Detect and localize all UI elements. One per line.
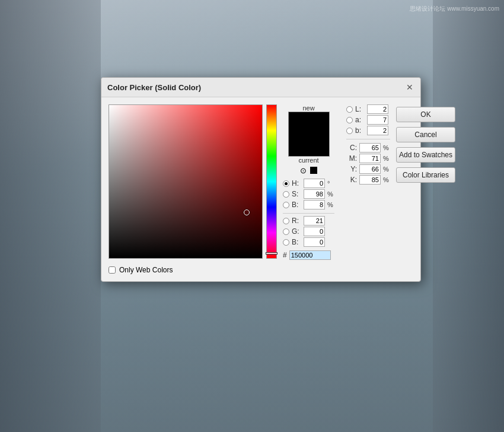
close-button[interactable]: ✕ — [405, 82, 414, 92]
preview-current-label: current — [298, 157, 318, 164]
eyedropper-icon[interactable]: ⊙ — [300, 166, 307, 175]
lab-b-input[interactable] — [367, 126, 388, 135]
add-to-swatches-button[interactable]: Add to Swatches — [396, 147, 455, 163]
g-input[interactable] — [304, 227, 325, 236]
lab-cmyk-col: L: a: b: C: % M: — [346, 104, 390, 274]
g-label: G: — [292, 227, 301, 236]
s-input[interactable] — [304, 189, 325, 199]
web-colors-checkbox[interactable] — [109, 266, 116, 274]
m-row: M: % — [346, 154, 390, 163]
g-input-row: G: — [283, 227, 334, 236]
lab-b-label: b: — [355, 126, 365, 135]
cancel-button[interactable]: Cancel — [396, 127, 455, 142]
bg-buildings-left — [0, 0, 101, 432]
m-unit: % — [383, 155, 390, 162]
h-radio[interactable] — [283, 180, 289, 187]
divider-1 — [283, 213, 334, 214]
preview-new-color — [288, 112, 330, 134]
r-input[interactable] — [304, 216, 325, 225]
rgb-b-input[interactable] — [304, 237, 325, 247]
hex-row: # — [283, 250, 334, 260]
m-label: M: — [346, 154, 357, 163]
rgb-b-radio[interactable] — [283, 239, 289, 246]
h-input[interactable] — [304, 179, 325, 188]
y-label: Y: — [346, 165, 357, 173]
picker-area: Only Web Colors — [109, 104, 277, 274]
a-input[interactable] — [367, 115, 388, 125]
lab-b-radio[interactable] — [346, 128, 353, 134]
b-unit: % — [327, 201, 334, 208]
s-unit: % — [327, 190, 334, 198]
s-radio[interactable] — [283, 191, 289, 198]
rgb-b-input-row: B: — [283, 237, 334, 247]
web-colors-row: Only Web Colors — [109, 266, 277, 274]
c-row: C: % — [346, 143, 390, 153]
ok-button[interactable]: OK — [396, 107, 455, 122]
l-input[interactable] — [367, 104, 388, 114]
r-label: R: — [292, 217, 301, 225]
r-radio[interactable] — [283, 218, 289, 224]
k-row: K: % — [346, 175, 390, 185]
center-section: new current ⊙ H: ° — [283, 104, 334, 274]
hue-slider-thumb — [266, 252, 277, 255]
dialog-title: Color Picker (Solid Color) — [107, 83, 201, 92]
g-radio[interactable] — [283, 228, 289, 235]
dialog-body: Only Web Colors new current ⊙ — [101, 97, 420, 281]
b-radio[interactable] — [283, 202, 289, 208]
h-unit: ° — [327, 180, 334, 187]
y-input[interactable] — [359, 164, 381, 174]
a-row: a: — [346, 115, 390, 125]
c-label: C: — [346, 144, 357, 152]
b-label: B: — [292, 201, 301, 209]
rgb-b-label: B: — [292, 238, 301, 246]
preview-current-color[interactable] — [288, 134, 330, 157]
preview-section: new current ⊙ — [283, 104, 334, 175]
square-icon — [310, 167, 317, 174]
b-input-row: B: % — [283, 200, 334, 209]
k-unit: % — [383, 176, 390, 183]
k-label: K: — [346, 176, 357, 184]
l-radio[interactable] — [346, 106, 353, 113]
l-label: L: — [355, 105, 365, 113]
c-unit: % — [383, 144, 390, 151]
c-input[interactable] — [359, 143, 381, 153]
hue-slider[interactable] — [266, 104, 277, 259]
right-buttons: OK Cancel Add to Swatches Color Librarie… — [396, 104, 455, 274]
color-field[interactable] — [109, 104, 263, 259]
dialog-titlebar: Color Picker (Solid Color) ✕ — [101, 78, 420, 97]
m-input[interactable] — [359, 154, 381, 163]
h-label: H: — [292, 179, 301, 188]
color-picker-dialog: Color Picker (Solid Color) ✕ Only Web Co… — [101, 77, 421, 282]
color-field-wrapper — [109, 104, 277, 259]
hex-input[interactable] — [289, 250, 331, 260]
h-input-row: H: ° — [283, 179, 334, 188]
web-colors-label: Only Web Colors — [119, 266, 173, 274]
s-input-row: S: % — [283, 189, 334, 199]
y-row: Y: % — [346, 164, 390, 174]
k-input[interactable] — [359, 175, 381, 185]
r-input-row: R: — [283, 216, 334, 225]
color-field-gradient — [109, 105, 262, 258]
b-input[interactable] — [304, 200, 325, 209]
color-libraries-button[interactable]: Color Libraries — [396, 167, 455, 183]
preview-new-label: new — [302, 104, 314, 112]
hex-symbol: # — [283, 251, 287, 259]
s-label: S: — [292, 190, 301, 198]
a-label: a: — [355, 116, 365, 124]
a-radio[interactable] — [346, 117, 353, 123]
watermark: 思绪设计论坛 www.missyuan.com — [410, 5, 499, 13]
lab-b-row: b: — [346, 126, 390, 135]
y-unit: % — [383, 166, 390, 173]
l-row: L: — [346, 104, 390, 114]
divider-2 — [346, 139, 390, 139]
